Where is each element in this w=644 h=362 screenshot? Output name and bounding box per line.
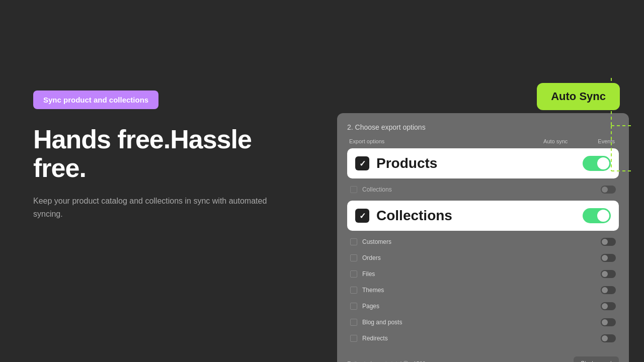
files-label: Files xyxy=(362,270,601,278)
pages-toggle[interactable] xyxy=(601,302,616,310)
export-header: Export options Auto sync Events xyxy=(347,138,619,144)
customers-label: Customers xyxy=(362,238,601,245)
other-rows: Customers Orders Files Themes Pages xyxy=(347,234,619,346)
panel-title: 2. Choose export options xyxy=(347,123,619,131)
collections-toggle-knob xyxy=(597,210,609,222)
pages-toggle-knob xyxy=(602,303,608,309)
orders-toggle-knob xyxy=(602,255,608,261)
customers-checkbox[interactable] xyxy=(350,238,357,245)
collections-label-small: Collections xyxy=(362,186,601,193)
row-pages[interactable]: Pages xyxy=(347,298,619,314)
badge: Sync product and collections xyxy=(33,90,158,109)
files-toggle-knob xyxy=(602,271,608,277)
customers-toggle[interactable] xyxy=(601,238,616,246)
rows-section: ✓ Products Collections ✓ Col xyxy=(347,148,619,346)
collections-check-mark: ✓ xyxy=(359,211,366,221)
blog-posts-toggle-knob xyxy=(602,319,608,325)
pages-label: Pages xyxy=(362,303,601,310)
collections-regular-row[interactable]: Collections xyxy=(347,182,619,198)
products-row[interactable]: ✓ Products xyxy=(347,148,619,178)
subtext: Keep your product catalog and collection… xyxy=(33,195,275,220)
row-files[interactable]: Files xyxy=(347,266,619,282)
row-blog-posts[interactable]: Blog and posts xyxy=(347,314,619,330)
collections-toggle[interactable] xyxy=(583,208,611,223)
pages-checkbox[interactable] xyxy=(350,303,357,310)
customers-toggle-knob xyxy=(602,239,608,245)
col-export-options: Export options xyxy=(349,138,384,144)
headline: Hands free.Hassle free. xyxy=(33,125,275,183)
themes-label: Themes xyxy=(362,287,601,294)
collections-label: Collections xyxy=(376,208,576,224)
row-customers[interactable]: Customers xyxy=(347,234,619,250)
themes-toggle-knob xyxy=(602,287,608,293)
collections-highlighted-row[interactable]: ✓ Collections xyxy=(347,201,619,231)
files-toggle[interactable] xyxy=(601,270,616,278)
col-events: Events xyxy=(598,138,615,144)
estimated-events: Estimated events total ⓘ : 1500 xyxy=(347,360,426,363)
export-panel: 2. Choose export options Export options … xyxy=(337,113,629,362)
products-toggle[interactable] xyxy=(583,156,611,171)
redirects-checkbox[interactable] xyxy=(350,335,357,342)
products-check-mark: ✓ xyxy=(359,159,366,168)
files-checkbox[interactable] xyxy=(350,270,357,278)
row-orders[interactable]: Orders xyxy=(347,250,619,266)
redirects-toggle[interactable] xyxy=(601,334,616,342)
row-themes[interactable]: Themes xyxy=(347,282,619,298)
panel-footer: Estimated events total ⓘ : 1500 Start ex… xyxy=(347,352,619,362)
products-checkbox[interactable]: ✓ xyxy=(355,156,369,170)
blog-posts-checkbox[interactable] xyxy=(350,319,357,326)
collections-checkbox[interactable]: ✓ xyxy=(355,209,369,223)
orders-toggle[interactable] xyxy=(601,254,616,262)
redirects-label: Redirects xyxy=(362,335,601,342)
col-auto-sync: Auto sync xyxy=(543,138,568,144)
auto-sync-button[interactable]: Auto Sync xyxy=(537,83,620,110)
products-label: Products xyxy=(376,155,576,171)
blog-posts-label: Blog and posts xyxy=(362,319,601,326)
start-export-button[interactable]: Start export xyxy=(574,356,619,362)
row-redirects[interactable]: Redirects xyxy=(347,330,619,346)
orders-label: Orders xyxy=(362,254,601,261)
themes-toggle[interactable] xyxy=(601,286,616,294)
blog-posts-toggle[interactable] xyxy=(601,318,616,326)
collections-toggle-knob-small xyxy=(602,187,608,193)
redirects-toggle-knob xyxy=(602,335,608,341)
collections-toggle-small[interactable] xyxy=(601,186,616,194)
left-section: Sync product and collections Hands free.… xyxy=(33,90,275,221)
products-toggle-knob xyxy=(597,157,609,169)
orders-checkbox[interactable] xyxy=(350,254,357,261)
themes-checkbox[interactable] xyxy=(350,287,357,294)
collections-checkbox-small[interactable] xyxy=(350,186,357,193)
